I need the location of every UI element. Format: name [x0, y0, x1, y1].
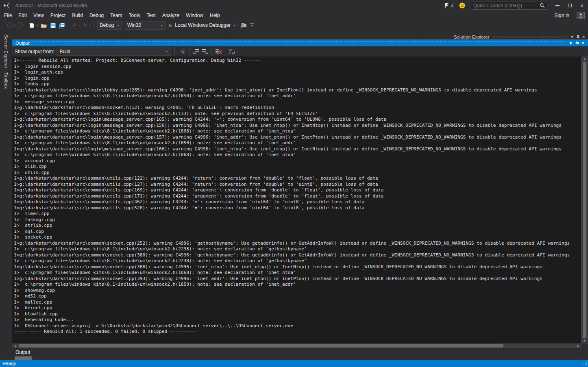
navigate-forward-button[interactable]: →	[17, 22, 23, 28]
undo-icon: ↶	[72, 22, 77, 28]
autohide-tab[interactable]: Toolbox	[4, 72, 9, 89]
menu-item[interactable]: Tools	[126, 12, 144, 19]
maximize-button[interactable]	[564, 0, 576, 11]
menu-item[interactable]: Team	[107, 12, 125, 19]
new-project-button[interactable]	[27, 20, 36, 30]
clear-all-icon	[215, 48, 222, 54]
toggle-word-wrap-button[interactable]: abc	[227, 48, 236, 56]
output-line: 1> c:\program files\windows kits\8.1\inc…	[14, 270, 581, 276]
debug-target-label: Local Windows Debugger	[175, 22, 231, 28]
close-button[interactable]: ×	[576, 0, 588, 11]
notifications-flag-button[interactable]: 4	[444, 3, 453, 8]
solution-explorer-close-button[interactable]: ×	[581, 34, 586, 40]
output-line: 1>------ Rebuild All started: Project: D…	[14, 58, 581, 64]
scroll-up-icon[interactable]: ▲	[583, 56, 586, 62]
output-line: 1> c:\program files\windows kits\8.1\inc…	[14, 111, 581, 117]
sign-in-link[interactable]: Sign in	[554, 13, 569, 18]
autohide-tab[interactable]: Server Explorer	[4, 35, 9, 68]
solution-configuration-value: Debug	[100, 22, 114, 28]
output-line: 1>g:\darkstar\darkstar\src\common\utils.…	[14, 182, 581, 188]
account-avatar-button[interactable]	[577, 12, 585, 19]
scroll-right-icon[interactable]: ►	[575, 344, 581, 348]
output-line: 1> lobby.cpp	[14, 81, 581, 87]
chevron-down-icon: ▾	[160, 24, 163, 27]
output-line: 1>g:\darkstar\darkstar\src\common\socket…	[14, 252, 581, 258]
next-message-icon	[202, 48, 209, 54]
solution-explorer-window-menu[interactable]: ▾	[569, 34, 575, 40]
solution-configuration-combo[interactable]: Debug ▾	[97, 21, 122, 30]
redo-dropdown[interactable]: ▾	[88, 24, 91, 27]
start-debugging-button[interactable]: ▶ Local Windows Debugger ▾	[169, 22, 236, 28]
output-line: 1> DSConnect-server.vcxproj -> G:\Darkst…	[14, 323, 581, 329]
output-line: 1>g:\darkstar\darkstar\src\common\utils.…	[14, 205, 581, 211]
scroll-down-icon[interactable]: ▼	[583, 338, 586, 343]
resize-grip[interactable]	[582, 360, 588, 367]
output-close-button[interactable]: ×	[580, 40, 586, 46]
output-source-combo[interactable]: Build ▾	[57, 48, 171, 56]
quick-launch-input[interactable]	[473, 3, 540, 9]
tab-output[interactable]: Output	[14, 350, 32, 355]
output-pin-button[interactable]	[574, 40, 580, 46]
output-line: 1> taskmgr.cpp	[14, 217, 581, 223]
menu-item[interactable]: Window	[183, 12, 207, 19]
search-icon	[540, 3, 545, 8]
menu-item[interactable]: Help	[207, 12, 223, 19]
minimize-icon	[555, 5, 560, 6]
menu-item[interactable]: File	[1, 12, 15, 19]
quick-launch-box[interactable]	[471, 2, 547, 10]
menu-item[interactable]: View	[30, 12, 47, 19]
navigate-backward-dropdown[interactable]: ▾	[13, 24, 17, 27]
vertical-scroll-thumb[interactable]	[583, 62, 586, 338]
minimize-button[interactable]	[551, 0, 564, 11]
output-title-bar[interactable]: Output ▾ ×	[12, 39, 588, 46]
undo-dropdown[interactable]: ▾	[78, 24, 81, 27]
menu-item[interactable]: Analyze	[159, 12, 183, 19]
navigate-backward-icon: ←	[9, 23, 13, 27]
navigate-backward-button[interactable]: ←	[7, 22, 13, 28]
scroll-left-icon[interactable]: ◄	[12, 344, 18, 348]
solution-explorer-pin-button[interactable]	[575, 34, 581, 40]
overflow-caret-icon: ▾	[250, 24, 254, 28]
attach-to-process-button[interactable]	[239, 20, 248, 30]
solution-explorer-header: Solution Explorer ▾ ×	[451, 34, 588, 40]
output-line: 1> socket.cpp	[14, 235, 581, 241]
menu-item[interactable]: Project	[47, 12, 69, 19]
chevron-down-icon: ▾	[569, 40, 572, 46]
menu-item[interactable]: Edit	[15, 12, 30, 19]
previous-message-button[interactable]	[192, 48, 200, 56]
menu-item[interactable]: Debug	[86, 12, 107, 19]
output-line: 1> login_auth.cpp	[14, 69, 581, 76]
output-window-menu[interactable]: ▾	[568, 40, 574, 46]
save-button[interactable]	[49, 20, 57, 30]
solution-platform-combo[interactable]: Win32 ▾	[125, 21, 166, 30]
output-log[interactable]: 1>------ Rebuild All started: Project: D…	[12, 56, 581, 343]
visual-studio-logo-icon	[3, 2, 11, 9]
open-file-button[interactable]	[39, 20, 49, 30]
find-message-in-code-button[interactable]	[178, 48, 187, 56]
horizontal-scrollbar[interactable]: ◄ ►	[12, 343, 581, 348]
menu-item[interactable]: Build	[69, 12, 86, 19]
output-line: 1>g:\darkstar\darkstar\src\login\message…	[14, 123, 581, 129]
svg-text:ab: ab	[229, 49, 232, 52]
output-line: 1> md52.cpp	[14, 293, 581, 300]
clear-all-button[interactable]	[214, 48, 223, 56]
menu-item[interactable]: Test	[144, 12, 159, 19]
vertical-scrollbar[interactable]: ▲ ▼	[581, 56, 588, 343]
feedback-smiley-button[interactable]	[459, 2, 465, 9]
toolbar-options-button[interactable]: ▾	[250, 23, 254, 28]
next-message-button[interactable]	[200, 48, 209, 56]
save-all-button[interactable]	[57, 20, 67, 30]
drag-grip	[33, 41, 564, 45]
output-line: 1>g:\darkstar\darkstar\src\common\utils.…	[14, 193, 581, 200]
horizontal-scroll-thumb[interactable]	[19, 344, 503, 347]
output-line: 1> c:\program files\windows kits\8.1\inc…	[14, 93, 581, 99]
output-line: 1>g:\darkstar\darkstar\src\login\message…	[14, 135, 581, 141]
window-grip	[492, 35, 566, 38]
new-project-dropdown[interactable]: ▾	[36, 24, 39, 27]
output-line: 1> login.cpp	[14, 76, 581, 82]
undo-button[interactable]: ↶	[71, 20, 78, 30]
output-line: 1>g:\darkstar\darkstar\src\common\utils.…	[14, 187, 581, 193]
redo-button[interactable]: ↷	[81, 20, 88, 30]
close-icon: ×	[582, 34, 585, 40]
output-line: 1> message_server.cpp	[14, 99, 581, 105]
